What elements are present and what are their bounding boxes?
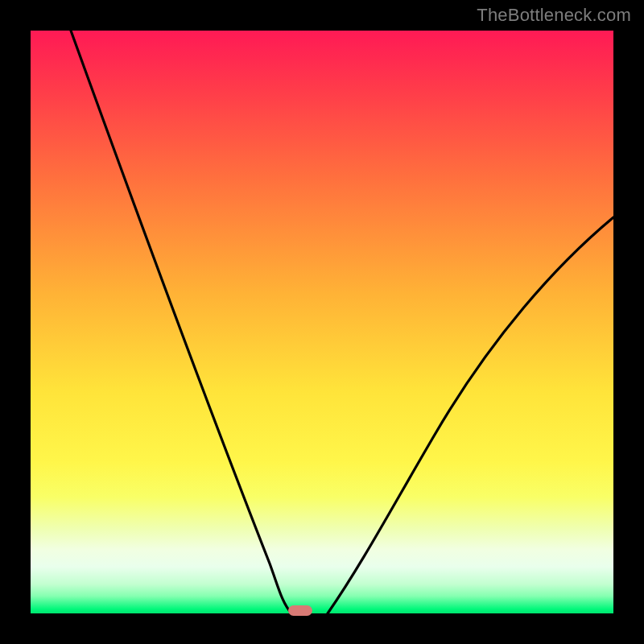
curve-left-arm [71,31,291,613]
chart-frame: TheBottleneck.com [0,0,644,644]
sweet-spot-marker [288,605,312,616]
watermark-text: TheBottleneck.com [477,5,631,26]
bottleneck-curve [0,0,644,644]
curve-right-arm [328,217,613,613]
